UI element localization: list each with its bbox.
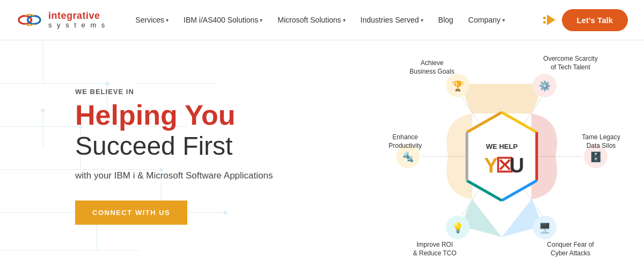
logo-text: integrative s y s t e m s (48, 11, 106, 29)
logo-integrative: integrative (48, 11, 106, 22)
svg-text:Tame Legacy: Tame Legacy (582, 133, 620, 141)
svg-text:Data Silos: Data Silos (587, 142, 616, 149)
hero-subtitle: with your IBM i & Microsoft Software App… (75, 170, 360, 181)
connect-button[interactable]: CONNECT WITH US (75, 201, 187, 225)
chevron-down-icon: ▾ (260, 17, 262, 23)
nav-item-company[interactable]: Company ▾ (461, 0, 513, 40)
chevron-down-icon: ▾ (502, 17, 505, 23)
nav-links: Services ▾ IBM i/AS400 Solutions ▾ Micro… (128, 0, 543, 40)
chevron-down-icon: ▾ (166, 17, 169, 23)
nav-item-ibm[interactable]: IBM i/AS400 Solutions ▾ (176, 0, 270, 40)
svg-text:Overcome Scarcity: Overcome Scarcity (543, 55, 597, 62)
hero-right: WE HELP Y ☒ U 🏆 ⚙️ 🔩 🗄️ (360, 40, 644, 272)
svg-text:🏆: 🏆 (452, 80, 464, 92)
logo[interactable]: integrative s y s t e m s (16, 6, 106, 33)
hero-section: WE BELIEVE IN Helping You Succeed First … (0, 40, 644, 272)
forward-arrow-icon (543, 15, 555, 25)
svg-text:Cyber Attacks: Cyber Attacks (551, 249, 590, 257)
svg-text:& Reduce TCO: & Reduce TCO (413, 249, 456, 257)
svg-text:WE HELP: WE HELP (486, 142, 518, 151)
svg-text:⚙️: ⚙️ (539, 80, 551, 92)
hero-title-dark: Succeed First (75, 131, 360, 162)
svg-text:Enhance: Enhance (392, 133, 418, 141)
nav-item-microsoft[interactable]: Microsoft Solutions ▾ (270, 0, 353, 40)
hero-left: WE BELIEVE IN Helping You Succeed First … (0, 88, 360, 225)
nav-right: Let's Talk (543, 9, 628, 31)
svg-text:Productivity: Productivity (389, 142, 422, 149)
svg-text:U: U (509, 154, 524, 177)
nav-item-industries[interactable]: Industries Served ▾ (353, 0, 431, 40)
svg-text:Business Goals: Business Goals (409, 68, 454, 75)
nav-item-blog[interactable]: Blog (431, 0, 461, 40)
diagram: WE HELP Y ☒ U 🏆 ⚙️ 🔩 🗄️ (378, 49, 625, 264)
svg-text:of Tech Talent: of Tech Talent (551, 63, 590, 71)
svg-text:🖥️: 🖥️ (539, 222, 551, 234)
cta-button[interactable]: Let's Talk (562, 9, 628, 31)
svg-text:💡: 💡 (452, 222, 464, 234)
diagram-svg: WE HELP Y ☒ U 🏆 ⚙️ 🔩 🗄️ (378, 49, 625, 264)
hero-title-red: Helping You (75, 100, 360, 131)
navbar: integrative s y s t e m s Services ▾ IBM… (0, 0, 644, 40)
svg-point-1 (28, 16, 40, 24)
svg-text:Conquer Fear of: Conquer Fear of (547, 241, 594, 248)
nav-item-services[interactable]: Services ▾ (128, 0, 176, 40)
logo-systems: s y s t e m s (48, 22, 106, 29)
svg-text:🗄️: 🗄️ (590, 151, 602, 163)
svg-text:Achieve: Achieve (421, 59, 444, 67)
chevron-down-icon: ▾ (421, 17, 423, 23)
chevron-down-icon: ▾ (343, 17, 346, 23)
svg-point-16 (106, 82, 109, 85)
logo-icon (16, 6, 43, 33)
svg-text:🔩: 🔩 (402, 151, 414, 163)
svg-text:Improve ROI: Improve ROI (416, 241, 453, 248)
we-believe-text: WE BELIEVE IN (75, 88, 360, 96)
